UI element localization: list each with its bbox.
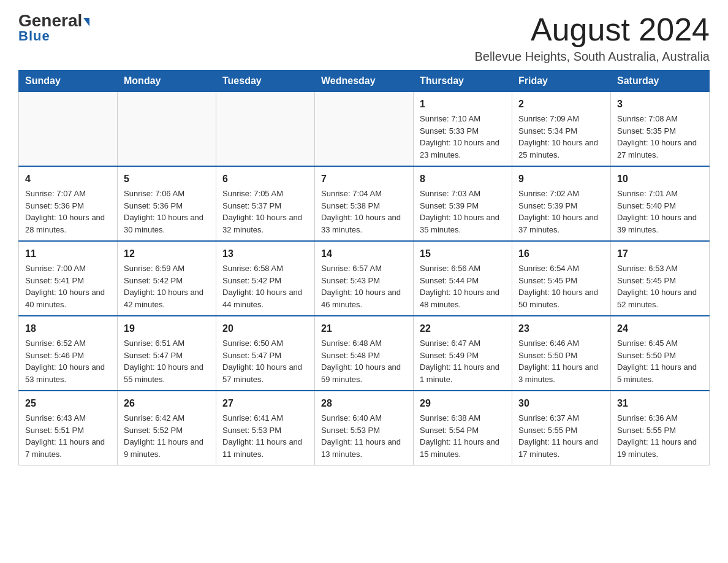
day-info: Sunrise: 7:07 AMSunset: 5:36 PMDaylight:… (25, 188, 111, 236)
calendar-cell (118, 92, 216, 167)
day-info: Sunrise: 6:48 AMSunset: 5:48 PMDaylight:… (321, 337, 407, 385)
location-title: Bellevue Heights, South Australia, Austr… (474, 50, 710, 64)
logo-general-text: General (18, 12, 89, 29)
day-info: Sunrise: 6:57 AMSunset: 5:43 PMDaylight:… (321, 262, 407, 310)
day-number: 16 (518, 247, 604, 261)
day-info: Sunrise: 7:05 AMSunset: 5:37 PMDaylight:… (222, 188, 308, 236)
calendar-week-row: 4Sunrise: 7:07 AMSunset: 5:36 PMDaylight… (19, 166, 710, 241)
calendar-cell: 10Sunrise: 7:01 AMSunset: 5:40 PMDayligh… (611, 166, 710, 241)
calendar-cell: 7Sunrise: 7:04 AMSunset: 5:38 PMDaylight… (315, 166, 414, 241)
calendar-cell: 18Sunrise: 6:52 AMSunset: 5:46 PMDayligh… (19, 316, 118, 391)
day-info: Sunrise: 6:47 AMSunset: 5:49 PMDaylight:… (420, 337, 506, 385)
col-sunday: Sunday (19, 71, 118, 92)
day-info: Sunrise: 6:45 AMSunset: 5:50 PMDaylight:… (617, 337, 703, 385)
day-info: Sunrise: 7:00 AMSunset: 5:41 PMDaylight:… (25, 262, 111, 310)
day-info: Sunrise: 7:06 AMSunset: 5:36 PMDaylight:… (124, 188, 210, 236)
day-number: 19 (124, 321, 210, 336)
col-saturday: Saturday (611, 71, 710, 92)
calendar-cell (315, 92, 414, 167)
calendar-cell: 4Sunrise: 7:07 AMSunset: 5:36 PMDaylight… (19, 166, 118, 241)
day-info: Sunrise: 7:04 AMSunset: 5:38 PMDaylight:… (321, 188, 407, 236)
calendar-cell: 5Sunrise: 7:06 AMSunset: 5:36 PMDaylight… (118, 166, 216, 241)
col-friday: Friday (512, 71, 611, 92)
day-info: Sunrise: 6:42 AMSunset: 5:52 PMDaylight:… (124, 412, 210, 460)
day-number: 3 (617, 97, 703, 112)
day-number: 6 (222, 172, 308, 186)
day-number: 11 (25, 247, 111, 261)
day-number: 1 (420, 97, 506, 112)
calendar-cell: 23Sunrise: 6:46 AMSunset: 5:50 PMDayligh… (512, 316, 611, 391)
day-number: 22 (420, 321, 506, 336)
day-number: 29 (420, 396, 506, 411)
calendar-cell: 20Sunrise: 6:50 AMSunset: 5:47 PMDayligh… (216, 316, 315, 391)
calendar-cell: 30Sunrise: 6:37 AMSunset: 5:55 PMDayligh… (512, 391, 611, 465)
day-number: 8 (420, 172, 506, 186)
day-number: 28 (321, 396, 407, 411)
day-number: 13 (222, 247, 308, 261)
col-tuesday: Tuesday (216, 71, 315, 92)
calendar-week-row: 1Sunrise: 7:10 AMSunset: 5:33 PMDaylight… (19, 92, 710, 167)
day-info: Sunrise: 6:41 AMSunset: 5:53 PMDaylight:… (222, 412, 308, 460)
month-title: August 2024 (474, 12, 710, 47)
calendar-cell (216, 92, 315, 167)
day-info: Sunrise: 7:01 AMSunset: 5:40 PMDaylight:… (617, 188, 703, 236)
day-number: 31 (617, 396, 703, 411)
calendar-cell: 25Sunrise: 6:43 AMSunset: 5:51 PMDayligh… (19, 391, 118, 465)
calendar-cell: 2Sunrise: 7:09 AMSunset: 5:34 PMDaylight… (512, 92, 611, 167)
day-info: Sunrise: 7:02 AMSunset: 5:39 PMDaylight:… (518, 188, 604, 236)
calendar-cell: 3Sunrise: 7:08 AMSunset: 5:35 PMDaylight… (611, 92, 710, 167)
day-info: Sunrise: 6:51 AMSunset: 5:47 PMDaylight:… (124, 337, 210, 385)
calendar-cell: 9Sunrise: 7:02 AMSunset: 5:39 PMDaylight… (512, 166, 611, 241)
day-number: 5 (124, 172, 210, 186)
day-info: Sunrise: 6:52 AMSunset: 5:46 PMDaylight:… (25, 337, 111, 385)
day-info: Sunrise: 7:03 AMSunset: 5:39 PMDaylight:… (420, 188, 506, 236)
calendar-cell: 27Sunrise: 6:41 AMSunset: 5:53 PMDayligh… (216, 391, 315, 465)
day-number: 23 (518, 321, 604, 336)
day-number: 20 (222, 321, 308, 336)
day-number: 21 (321, 321, 407, 336)
day-number: 7 (321, 172, 407, 186)
calendar-week-row: 25Sunrise: 6:43 AMSunset: 5:51 PMDayligh… (19, 391, 710, 465)
calendar-header: Sunday Monday Tuesday Wednesday Thursday… (19, 71, 710, 92)
day-info: Sunrise: 7:08 AMSunset: 5:35 PMDaylight:… (617, 113, 703, 161)
calendar-table: Sunday Monday Tuesday Wednesday Thursday… (18, 70, 710, 465)
day-info: Sunrise: 7:09 AMSunset: 5:34 PMDaylight:… (518, 113, 604, 161)
day-info: Sunrise: 6:38 AMSunset: 5:54 PMDaylight:… (420, 412, 506, 460)
title-area: August 2024 Bellevue Heights, South Aust… (474, 12, 710, 64)
day-info: Sunrise: 6:50 AMSunset: 5:47 PMDaylight:… (222, 337, 308, 385)
calendar-week-row: 18Sunrise: 6:52 AMSunset: 5:46 PMDayligh… (19, 316, 710, 391)
logo-blue-text: Blue (18, 28, 50, 44)
day-info: Sunrise: 6:58 AMSunset: 5:42 PMDaylight:… (222, 262, 308, 310)
calendar-cell: 16Sunrise: 6:54 AMSunset: 5:45 PMDayligh… (512, 241, 611, 316)
calendar-cell: 26Sunrise: 6:42 AMSunset: 5:52 PMDayligh… (118, 391, 216, 465)
calendar-cell: 8Sunrise: 7:03 AMSunset: 5:39 PMDaylight… (414, 166, 512, 241)
day-info: Sunrise: 6:59 AMSunset: 5:42 PMDaylight:… (124, 262, 210, 310)
calendar-cell: 31Sunrise: 6:36 AMSunset: 5:55 PMDayligh… (611, 391, 710, 465)
logo: General Blue (18, 12, 89, 44)
calendar-cell: 28Sunrise: 6:40 AMSunset: 5:53 PMDayligh… (315, 391, 414, 465)
day-info: Sunrise: 6:46 AMSunset: 5:50 PMDaylight:… (518, 337, 604, 385)
calendar-cell: 22Sunrise: 6:47 AMSunset: 5:49 PMDayligh… (414, 316, 512, 391)
page-header: General Blue August 2024 Bellevue Height… (18, 12, 710, 64)
day-number: 17 (617, 247, 703, 261)
day-info: Sunrise: 7:10 AMSunset: 5:33 PMDaylight:… (420, 113, 506, 161)
calendar-cell: 24Sunrise: 6:45 AMSunset: 5:50 PMDayligh… (611, 316, 710, 391)
calendar-cell: 15Sunrise: 6:56 AMSunset: 5:44 PMDayligh… (414, 241, 512, 316)
calendar-cell: 19Sunrise: 6:51 AMSunset: 5:47 PMDayligh… (118, 316, 216, 391)
day-info: Sunrise: 6:56 AMSunset: 5:44 PMDaylight:… (420, 262, 506, 310)
day-number: 14 (321, 247, 407, 261)
day-number: 25 (25, 396, 111, 411)
day-number: 27 (222, 396, 308, 411)
day-number: 9 (518, 172, 604, 186)
day-number: 10 (617, 172, 703, 186)
day-info: Sunrise: 6:53 AMSunset: 5:45 PMDaylight:… (617, 262, 703, 310)
day-number: 24 (617, 321, 703, 336)
day-number: 4 (25, 172, 111, 186)
day-number: 12 (124, 247, 210, 261)
day-number: 2 (518, 97, 604, 112)
day-info: Sunrise: 6:54 AMSunset: 5:45 PMDaylight:… (518, 262, 604, 310)
day-info: Sunrise: 6:43 AMSunset: 5:51 PMDaylight:… (25, 412, 111, 460)
calendar-cell (19, 92, 118, 167)
logo-triangle-icon (83, 18, 89, 26)
day-info: Sunrise: 6:36 AMSunset: 5:55 PMDaylight:… (617, 412, 703, 460)
